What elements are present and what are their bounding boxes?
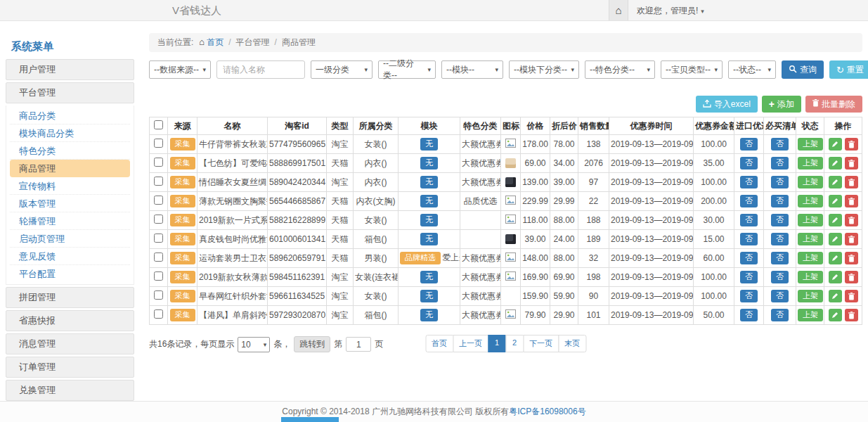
status-badge[interactable]: 上架 (798, 233, 823, 245)
status-badge[interactable]: 上架 (798, 176, 823, 188)
imported-badge[interactable]: 否 (740, 252, 758, 264)
delete-button[interactable] (845, 290, 858, 302)
status-badge[interactable]: 上架 (798, 195, 823, 207)
imported-badge[interactable]: 否 (740, 138, 758, 151)
pager-button-上一页[interactable]: 上一页 (453, 335, 488, 352)
must-buy-badge[interactable]: 否 (771, 271, 789, 283)
imported-badge[interactable]: 否 (740, 290, 758, 302)
filter-select-module[interactable]: --模块--▾ (441, 60, 503, 79)
edit-button[interactable] (829, 176, 842, 188)
row-checkbox[interactable] (154, 290, 163, 300)
edit-button[interactable] (829, 157, 842, 170)
edit-button[interactable] (829, 195, 842, 207)
row-checkbox[interactable] (154, 196, 163, 205)
edit-button[interactable] (829, 138, 842, 151)
must-buy-badge[interactable]: 否 (771, 157, 789, 170)
sidebar-item-商品分类[interactable]: 商品分类 (10, 107, 130, 124)
pager-button-2[interactable]: 2 (505, 335, 524, 352)
sidebar-group-拼团管理[interactable]: 拼团管理 (6, 287, 134, 308)
user-menu[interactable]: 欢迎您，管理员!▾ (637, 0, 704, 22)
sidebar-item-商品管理[interactable]: 商品管理 (10, 160, 130, 177)
status-badge[interactable]: 上架 (798, 290, 823, 302)
status-badge[interactable]: 上架 (798, 271, 823, 283)
filter-select-category-level2[interactable]: --二级分类--▾ (378, 60, 436, 79)
breadcrumb-home-link[interactable]: 首页 (207, 37, 224, 47)
row-checkbox[interactable] (154, 252, 163, 262)
delete-button[interactable] (845, 309, 858, 321)
sidebar-item-版本管理[interactable]: 版本管理 (10, 195, 130, 212)
status-badge[interactable]: 上架 (798, 252, 823, 264)
must-buy-badge[interactable]: 否 (771, 176, 789, 188)
delete-button[interactable] (845, 252, 858, 264)
delete-button[interactable] (845, 176, 858, 188)
sidebar-item-意见反馈[interactable]: 意见反馈 (10, 248, 130, 265)
status-badge[interactable]: 上架 (798, 309, 823, 321)
must-buy-badge[interactable]: 否 (771, 252, 789, 264)
imported-badge[interactable]: 否 (740, 271, 758, 283)
filter-select-special-category[interactable]: --特色分类--▾ (585, 60, 655, 79)
sidebar-group-省惠快报[interactable]: 省惠快报 (6, 310, 134, 331)
name-search-input[interactable] (216, 60, 305, 79)
import-excel-button[interactable]: 导入excel (696, 96, 758, 113)
imported-badge[interactable]: 否 (740, 233, 758, 245)
must-buy-badge[interactable]: 否 (771, 195, 789, 207)
icp-link[interactable]: 粤ICP备16098006号 (509, 406, 585, 418)
jump-page-input[interactable] (346, 337, 371, 352)
sidebar-item-轮播管理[interactable]: 轮播管理 (10, 212, 130, 230)
sidebar-group-用户管理[interactable]: 用户管理 (6, 59, 134, 80)
must-buy-badge[interactable]: 否 (771, 214, 789, 226)
status-badge[interactable]: 上架 (798, 157, 823, 170)
imported-badge[interactable]: 否 (740, 176, 758, 188)
imported-badge[interactable]: 否 (740, 195, 758, 207)
row-checkbox[interactable] (154, 234, 163, 243)
batch-delete-button[interactable]: 批量删除 (805, 96, 862, 113)
row-checkbox[interactable] (154, 271, 163, 281)
sidebar-item-启动页管理[interactable]: 启动页管理 (10, 230, 130, 248)
pager-button-下一页[interactable]: 下一页 (523, 335, 559, 352)
edit-button[interactable] (829, 214, 842, 226)
edit-button[interactable] (829, 271, 842, 283)
edit-button[interactable] (829, 309, 842, 321)
imported-badge[interactable]: 否 (740, 157, 758, 170)
edit-button[interactable] (829, 233, 842, 245)
sidebar-item-特色分类[interactable]: 特色分类 (10, 142, 130, 160)
must-buy-badge[interactable]: 否 (771, 138, 789, 151)
filter-select-module-subcategory[interactable]: --模块下分类--▾ (509, 60, 579, 79)
reset-button[interactable]: ↻ 重置 (829, 60, 868, 79)
delete-button[interactable] (845, 233, 858, 245)
imported-badge[interactable]: 否 (740, 214, 758, 226)
sidebar-item-模块商品分类[interactable]: 模块商品分类 (10, 124, 130, 142)
sidebar-item-平台配置[interactable]: 平台配置 (10, 265, 130, 283)
must-buy-badge[interactable]: 否 (771, 290, 789, 302)
row-checkbox[interactable] (154, 158, 163, 167)
delete-button[interactable] (845, 195, 858, 207)
pager-button-末页[interactable]: 末页 (558, 335, 586, 352)
jump-button[interactable]: 跳转到 (294, 336, 330, 352)
search-button[interactable]: 查询 (782, 60, 824, 79)
status-badge[interactable]: 上架 (798, 138, 823, 151)
delete-button[interactable] (845, 138, 858, 151)
sidebar-group-消息管理[interactable]: 消息管理 (6, 333, 134, 354)
delete-button[interactable] (845, 271, 858, 283)
filter-select-item-type[interactable]: --宝贝类型--▾ (661, 60, 723, 79)
filter-select-data-source[interactable]: --数据来源--▾ (149, 60, 211, 79)
filter-select-category-level1[interactable]: 一级分类▾ (311, 60, 373, 79)
pager-button-首页[interactable]: 首页 (425, 335, 453, 352)
filter-select-status[interactable]: --状态--▾ (728, 60, 776, 79)
row-checkbox[interactable] (154, 309, 163, 319)
must-buy-badge[interactable]: 否 (771, 309, 789, 321)
row-checkbox[interactable] (154, 177, 163, 186)
pager-current-page[interactable]: 1 (488, 335, 506, 352)
delete-button[interactable] (845, 214, 858, 226)
sidebar-item-宣传物料[interactable]: 宣传物料 (10, 177, 130, 195)
select-all-checkbox[interactable] (154, 120, 163, 129)
home-button[interactable]: ⌂ (609, 0, 628, 20)
imported-badge[interactable]: 否 (740, 309, 758, 321)
edit-button[interactable] (829, 290, 842, 302)
sidebar-group-平台管理[interactable]: 平台管理 (6, 82, 134, 103)
row-checkbox[interactable] (154, 215, 163, 224)
add-button[interactable]: + 添加 (762, 96, 801, 113)
status-badge[interactable]: 上架 (798, 214, 823, 226)
edit-button[interactable] (829, 252, 842, 264)
must-buy-badge[interactable]: 否 (771, 233, 789, 245)
